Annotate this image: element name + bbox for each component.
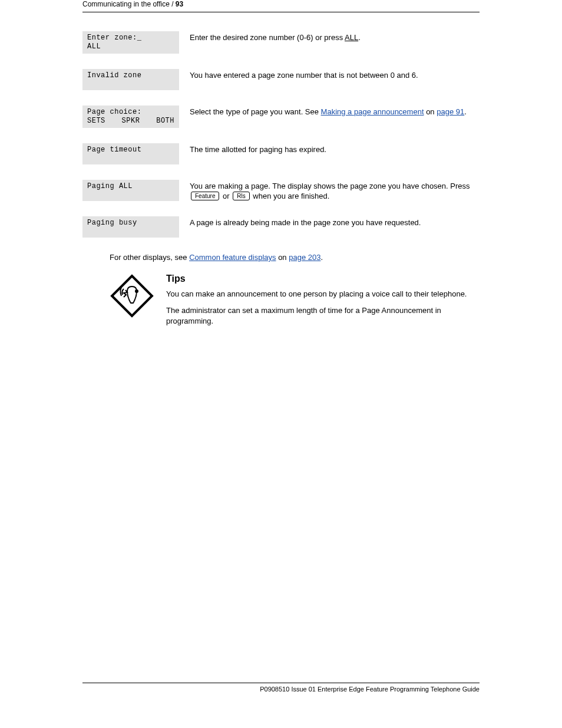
tips-icon [110, 274, 154, 332]
softkey-literal: ALL [345, 33, 358, 42]
see-also-mid: on [276, 253, 289, 262]
display-description: You have entered a page zone number that… [179, 69, 480, 80]
feature-key: Feature [191, 192, 219, 200]
footer-rule [82, 683, 480, 683]
display-description: The time allotted for paging has expired… [179, 143, 480, 154]
desc-text: You have entered a page zone number that… [190, 71, 418, 80]
lcd-display: Page timeout [82, 143, 179, 164]
lcd-softkey: SETS [87, 117, 105, 126]
lcd-display: Paging ALL [82, 180, 179, 201]
display-row: Invalid zone You have entered a page zon… [82, 69, 480, 90]
svg-point-1 [135, 290, 138, 292]
display-description: Select the type of page you want. See Ma… [179, 106, 480, 117]
desc-suffix: when you are finished. [253, 192, 329, 200]
lcd-line2: SETS SPKR BOTH [87, 117, 174, 126]
lcd-display: Invalid zone [82, 69, 179, 90]
tips-paragraph: You can make an announcement to one pers… [166, 289, 480, 299]
display-description: A page is already being made in the page… [179, 216, 480, 228]
display-row: Paging busy A page is already being made… [82, 216, 480, 238]
display-row: Page choice: SETS SPKR BOTH Select the t… [82, 106, 480, 128]
lcd-display: Enter zone:_ ALL [82, 31, 179, 54]
header-page-number: 93 [176, 0, 183, 8]
display-row: Paging ALL You are making a page. The di… [82, 180, 480, 201]
lcd-line1: Enter zone:_ [87, 34, 174, 42]
cross-ref-page-link[interactable]: page 203 [289, 253, 320, 262]
desc-suffix: . [464, 107, 467, 116]
running-header: Communicating in the office / 93 [82, 0, 480, 8]
see-also-prefix: For other displays, see [110, 253, 189, 262]
page: Communicating in the office / 93 Enter z… [0, 0, 562, 728]
cross-ref-link[interactable]: Common feature displays [189, 253, 276, 262]
header-section-text: Communicating in the office / [82, 0, 176, 8]
see-also-suffix: . [320, 253, 323, 262]
lcd-line1: Invalid zone [87, 71, 174, 80]
desc-text: on [426, 107, 437, 116]
display-row: Enter zone:_ ALL Enter the desired zone … [82, 31, 480, 54]
display-row: Page timeout The time allotted for pagin… [82, 143, 480, 164]
cross-ref-page-link[interactable]: page 91 [437, 107, 464, 116]
lcd-softkey: SPKR [122, 117, 140, 126]
header-left: Communicating in the office / 93 [82, 0, 183, 8]
tips-title: Tips [166, 274, 480, 284]
lcd-line1: Paging ALL [87, 182, 174, 191]
desc-text: You are making a page. The display shows… [190, 182, 470, 190]
rls-key: Rls [233, 192, 249, 200]
cross-ref-link[interactable]: Making a page announcement [321, 107, 424, 116]
desc-text: Enter the desired zone number (0-6) or p… [190, 33, 345, 42]
header-rule [82, 12, 480, 12]
desc-text: The time allotted for paging has expired… [190, 145, 326, 154]
see-also-line: For other displays, see Common feature d… [110, 253, 480, 262]
lcd-display: Paging busy [82, 216, 179, 238]
lcd-line2: ALL [87, 42, 174, 51]
footer-text: P0908510 Issue 01 Enterprise Edge Featur… [82, 686, 480, 693]
desc-suffix: . [358, 33, 361, 42]
lcd-line1: Page timeout [87, 146, 174, 154]
lcd-line1: Page choice: [87, 108, 174, 117]
page-footer: P0908510 Issue 01 Enterprise Edge Featur… [82, 683, 480, 693]
display-description: You are making a page. The display shows… [179, 180, 480, 201]
lcd-softkey: BOTH [156, 117, 174, 126]
lcd-display: Page choice: SETS SPKR BOTH [82, 106, 179, 128]
desc-text: or [223, 192, 232, 200]
desc-text: Select the type of page you want. See [190, 107, 321, 116]
tips-block: Tips You can make an announcement to one… [110, 274, 480, 332]
tips-text: Tips You can make an announcement to one… [166, 274, 480, 332]
desc-text: A page is already being made in the page… [190, 218, 421, 227]
display-description: Enter the desired zone number (0-6) or p… [179, 31, 480, 42]
lcd-line1: Paging busy [87, 219, 174, 228]
tips-paragraph: The administrator can set a maximum leng… [166, 305, 480, 327]
